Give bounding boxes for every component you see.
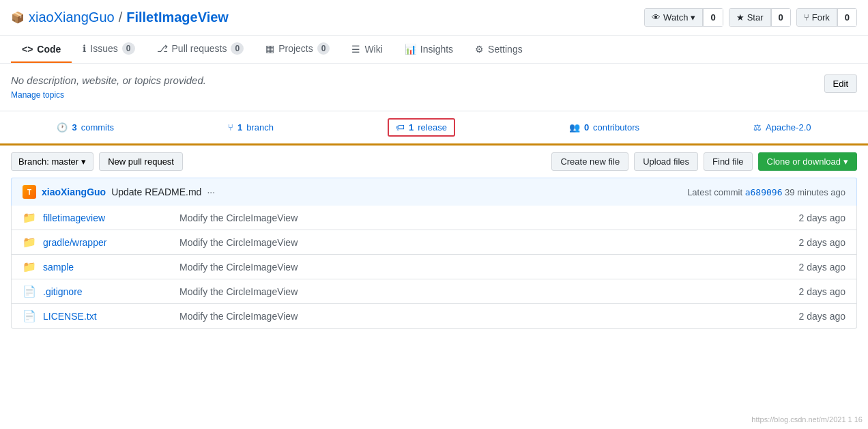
insights-icon: 📊 [405,44,416,55]
branch-selector[interactable]: Branch: master ▾ [11,152,93,171]
clone-or-download-button[interactable]: Clone or download ▾ [758,152,857,171]
file-commit-message: Modify the CircleImageView [179,262,764,273]
eye-icon: 👁 [652,12,661,23]
file-commit-message: Modify the CircleImageView [179,311,764,322]
file-age: 2 days ago [764,311,845,322]
repo-owner[interactable]: xiaoXiangGuo [29,10,115,25]
file-age: 2 days ago [764,262,845,273]
commit-user[interactable]: xiaoXiangGuo [42,186,106,197]
commit-meta: Latest commit a689096 39 minutes ago [687,187,845,197]
file-toolbar: Branch: master ▾ New pull request Create… [0,146,868,178]
branch-stat[interactable]: ⑂ 1 branch [228,122,274,133]
commits-icon: 🕐 [57,122,68,133]
file-commit-message: Modify the CircleImageView [179,212,764,223]
folder-icon: 📁 [23,236,36,249]
repo-icon: 📦 [11,11,25,24]
repo-actions: 👁 Watch ▾ 0 ★ Star 0 ⑂ Fork 0 [644,8,857,27]
table-row: 📄LICENSE.txtModify the CircleImageView2 … [12,304,856,328]
star-button[interactable]: ★ Star [729,9,771,26]
file-icon: 📄 [23,285,36,298]
watch-arrow-icon: ▾ [691,12,695,23]
upload-files-button[interactable]: Upload files [634,152,698,171]
tag-icon: 🏷 [396,122,405,133]
issues-badge: 0 [122,42,135,55]
watch-button[interactable]: 👁 Watch ▾ [645,9,703,26]
table-row: 📁gradle/wrapperModify the CircleImageVie… [12,230,856,255]
fork-group: ⑂ Fork 0 [796,8,857,27]
fork-icon: ⑂ [804,12,809,23]
commit-info-bar: T xiaoXiangGuo Update README.md ··· Late… [11,178,857,206]
file-age: 2 days ago [764,237,845,248]
file-name[interactable]: filletimageview [43,212,179,223]
projects-icon: ▦ [265,43,274,54]
tab-code[interactable]: <> Code [11,37,72,63]
contributors-icon: 👥 [569,122,580,133]
commit-message: Update README.md [111,186,201,197]
file-table: 📁filletimageviewModify the CircleImageVi… [11,206,857,329]
repo-description: No description, website, or topics provi… [11,74,206,86]
commit-more-button[interactable]: ··· [207,186,215,197]
file-name[interactable]: sample [43,262,179,273]
star-count: 0 [771,9,790,26]
star-group: ★ Star 0 [729,8,791,27]
code-icon: <> [22,44,33,55]
folder-icon: 📁 [23,211,36,224]
star-icon: ★ [736,12,744,23]
create-new-file-button[interactable]: Create new file [551,152,628,171]
repo-description-section: No description, website, or topics provi… [0,64,868,111]
tab-projects[interactable]: ▦ Projects 0 [255,36,341,63]
tab-pull-requests[interactable]: ⎇ Pull requests 0 [146,36,255,63]
table-row: 📁filletimageviewModify the CircleImageVi… [12,206,856,230]
toolbar-right: Create new file Upload files Find file C… [551,152,857,171]
projects-badge: 0 [317,42,330,55]
issues-icon: ℹ [83,43,86,54]
repo-header: 📦 xiaoXiangGuo / FilletImageView 👁 Watch… [0,0,868,36]
pr-badge: 0 [231,42,244,55]
file-name[interactable]: LICENSE.txt [43,311,179,322]
branch-selector-label: Branch: master [18,156,78,167]
clone-arrow-icon: ▾ [843,156,848,167]
tab-insights[interactable]: 📊 Insights [394,37,464,63]
repo-separator: / [119,10,123,25]
tab-wiki[interactable]: ☰ Wiki [341,37,393,63]
find-file-button[interactable]: Find file [704,152,753,171]
watch-count: 0 [703,9,722,26]
commits-stat[interactable]: 🕐 3 commits [57,122,114,133]
table-row: 📄.gitignoreModify the CircleImageView2 d… [12,279,856,304]
tab-settings[interactable]: ⚙ Settings [464,37,534,63]
commit-sha[interactable]: a689096 [745,187,783,197]
file-name[interactable]: gradle/wrapper [43,237,179,248]
tab-issues[interactable]: ℹ Issues 0 [72,36,145,63]
license-icon: ⚖ [753,122,762,133]
new-pull-request-button[interactable]: New pull request [99,152,183,171]
file-commit-message: Modify the CircleImageView [179,237,764,248]
fork-button[interactable]: ⑂ Fork [797,9,837,26]
chevron-down-icon: ▾ [81,156,86,167]
contributors-stat[interactable]: 👥 0 contributors [569,122,639,133]
table-row: 📁sampleModify the CircleImageView2 days … [12,255,856,279]
wiki-icon: ☰ [351,44,360,55]
avatar: T [23,185,36,199]
edit-button[interactable]: Edit [824,74,857,93]
repo-name[interactable]: FilletImageView [126,10,229,25]
watch-group: 👁 Watch ▾ 0 [644,8,723,27]
file-name[interactable]: .gitignore [43,286,179,297]
stats-bar: 🕐 3 commits ⑂ 1 branch 🏷 1 release 👥 0 c… [0,111,868,146]
repo-title: 📦 xiaoXiangGuo / FilletImageView [11,10,229,25]
manage-topics-link[interactable]: Manage topics [11,90,206,100]
file-age: 2 days ago [764,212,845,223]
license-stat[interactable]: ⚖ Apache-2.0 [753,122,811,133]
folder-icon: 📁 [23,260,36,273]
fork-count: 0 [837,9,856,26]
release-stat[interactable]: 🏷 1 release [388,118,455,137]
file-age: 2 days ago [764,286,845,297]
pr-icon: ⎇ [157,43,168,54]
repo-nav: <> Code ℹ Issues 0 ⎇ Pull requests 0 ▦ P… [0,36,868,64]
file-icon: 📄 [23,309,36,322]
settings-icon: ⚙ [475,44,484,55]
file-commit-message: Modify the CircleImageView [179,286,764,297]
branch-icon: ⑂ [228,122,233,133]
toolbar-left: Branch: master ▾ New pull request [11,152,183,171]
